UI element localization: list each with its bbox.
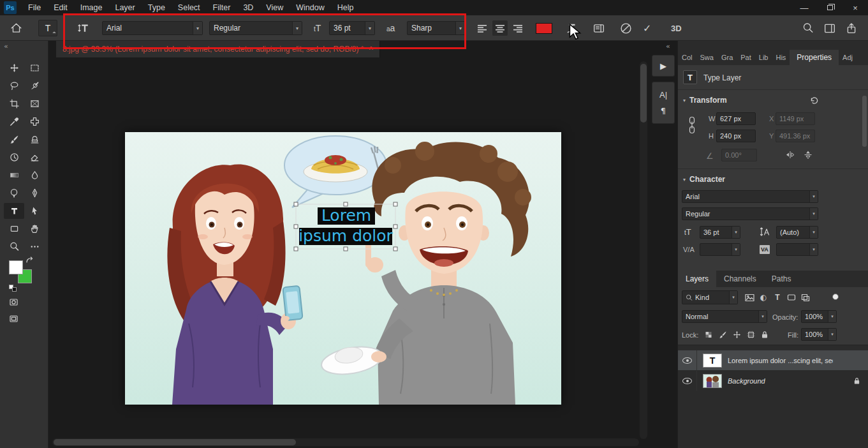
lock-transparency-button[interactable]: [702, 328, 715, 341]
canvas-text-line2[interactable]: ipsum dolor: [298, 227, 393, 245]
align-left-button[interactable]: [474, 20, 490, 36]
collapsed-panel-play[interactable]: ▶: [652, 55, 675, 77]
font-style-select[interactable]: Regular ▾: [209, 21, 302, 35]
restore-button[interactable]: [817, 0, 842, 15]
tool-history-brush[interactable]: [4, 149, 24, 165]
font-size-select[interactable]: 36 pt ▾: [329, 21, 375, 35]
width-input[interactable]: 627 px: [716, 112, 756, 125]
workspace-button[interactable]: [824, 15, 835, 41]
tool-lasso[interactable]: [4, 78, 24, 94]
text-layer-thumbnail[interactable]: T: [703, 354, 722, 368]
tool-more[interactable]: [24, 239, 45, 255]
reset-transform-icon[interactable]: [809, 96, 819, 105]
tool-healing[interactable]: [24, 114, 45, 130]
layer-row-text[interactable]: T Lorem ipsum dolor ...scing elit, sed d…: [678, 350, 868, 370]
font-family-select[interactable]: Arial ▾: [102, 21, 203, 35]
tab-swatches[interactable]: Swa: [696, 50, 717, 65]
panel-scrollbar[interactable]: [862, 96, 867, 440]
home-button[interactable]: [10, 15, 22, 41]
search-button[interactable]: [802, 15, 814, 41]
tool-zoom[interactable]: [4, 239, 24, 255]
lock-position-button[interactable]: [730, 328, 743, 341]
vertical-scroll-thumb[interactable]: [640, 64, 647, 123]
link-dimensions-icon[interactable]: [688, 116, 696, 134]
transform-section-header[interactable]: ▾ Transform: [683, 96, 727, 105]
tool-path-select[interactable]: [24, 203, 45, 219]
tab-caret[interactable]: ^: [369, 45, 372, 53]
anti-alias-select[interactable]: Sharp ▾: [407, 21, 466, 35]
tool-preset-picker[interactable]: T: [38, 15, 57, 41]
tab-layers[interactable]: Layers: [678, 271, 716, 287]
tab-properties[interactable]: Properties: [790, 50, 839, 65]
kerning-select[interactable]: ▾: [700, 243, 740, 256]
menu-file[interactable]: File: [22, 0, 47, 15]
tool-crop[interactable]: [4, 96, 24, 112]
character-size-select[interactable]: 36 pt ▾: [700, 226, 740, 239]
lock-all-button[interactable]: [758, 328, 771, 341]
leading-select[interactable]: (Auto) ▾: [776, 226, 818, 239]
filter-shape-layers-button[interactable]: [785, 291, 798, 304]
blend-mode-select[interactable]: Normal ▾: [682, 310, 767, 323]
menu-filter[interactable]: Filter: [207, 0, 237, 15]
lock-pixels-button[interactable]: [716, 328, 729, 341]
tool-type[interactable]: [4, 203, 24, 219]
fill-select[interactable]: 100% ▾: [801, 328, 837, 341]
tool-dodge[interactable]: [4, 185, 24, 201]
visibility-toggle[interactable]: [678, 350, 697, 370]
tab-paths[interactable]: Paths: [764, 271, 799, 287]
toggle-panels-button[interactable]: [593, 15, 605, 41]
minimize-button[interactable]: —: [791, 0, 817, 15]
visibility-toggle[interactable]: [678, 371, 697, 391]
flip-vertical-icon[interactable]: [804, 150, 813, 160]
collapse-tools-icon[interactable]: «: [4, 42, 8, 50]
tab-gradients[interactable]: Gra: [717, 50, 737, 65]
canvas-area[interactable]: Lorem ipsum dolor: [48, 57, 649, 448]
quick-mask-button[interactable]: [9, 295, 27, 309]
menu-window[interactable]: Window: [290, 0, 330, 15]
text-color-swatch[interactable]: [536, 15, 552, 41]
tool-clone-stamp[interactable]: [24, 131, 45, 147]
align-center-button[interactable]: [492, 20, 508, 36]
background-layer-thumbnail[interactable]: [703, 374, 722, 388]
horizontal-scroll-thumb[interactable]: [54, 439, 296, 445]
menu-layer[interactable]: Layer: [108, 0, 141, 15]
3d-mode-button[interactable]: 3D: [671, 15, 682, 41]
tool-frame[interactable]: [24, 96, 45, 112]
menu-image[interactable]: Image: [74, 0, 109, 15]
tool-move[interactable]: [4, 60, 24, 76]
filter-type-layers-button[interactable]: T: [771, 291, 784, 304]
character-panel-icon[interactable]: A|: [659, 90, 667, 100]
tool-shape[interactable]: [4, 221, 24, 237]
paragraph-panel-icon[interactable]: ¶: [661, 106, 666, 116]
menu-edit[interactable]: Edit: [47, 0, 74, 15]
menu-type[interactable]: Type: [142, 0, 172, 15]
swap-colors-icon[interactable]: [26, 257, 34, 265]
document-tab[interactable]: 8.jpg @ 33.3% (Lorem ipsum dolor sit ame…: [56, 41, 380, 57]
flip-horizontal-icon[interactable]: [785, 150, 795, 160]
panel-scroll-thumb[interactable]: [862, 96, 867, 147]
canvas-vertical-scrollbar[interactable]: [640, 61, 647, 439]
tab-channels[interactable]: Channels: [716, 271, 764, 287]
tracking-select[interactable]: ▾: [776, 243, 818, 256]
default-colors-icon[interactable]: [9, 285, 18, 292]
artwork-image[interactable]: Lorem ipsum dolor: [125, 132, 561, 405]
filter-pixel-layers-button[interactable]: [743, 291, 756, 304]
collapse-panels-icon[interactable]: «: [666, 42, 670, 50]
filter-adjustment-layers-button[interactable]: ◐: [757, 291, 770, 304]
menu-3d[interactable]: 3D: [237, 0, 260, 15]
warp-text-button[interactable]: [566, 15, 578, 41]
layer-name[interactable]: Background: [728, 377, 765, 385]
tab-adjustments[interactable]: Adj: [839, 50, 857, 65]
tool-eyedropper[interactable]: [4, 114, 24, 130]
filter-toggle-button[interactable]: [832, 294, 839, 300]
menu-help[interactable]: Help: [331, 0, 360, 15]
commit-edit-button[interactable]: ✓: [643, 15, 651, 41]
share-button[interactable]: [846, 15, 857, 41]
tool-quick-selection[interactable]: [24, 78, 45, 94]
tool-eraser[interactable]: [24, 149, 45, 165]
tab-patterns[interactable]: Pat: [737, 50, 755, 65]
layer-name[interactable]: Lorem ipsum dolor ...scing elit, sed do: [728, 357, 833, 364]
tab-color[interactable]: Col: [678, 50, 696, 65]
canvas-text-line1[interactable]: Lorem: [321, 206, 371, 225]
menu-view[interactable]: View: [260, 0, 290, 15]
